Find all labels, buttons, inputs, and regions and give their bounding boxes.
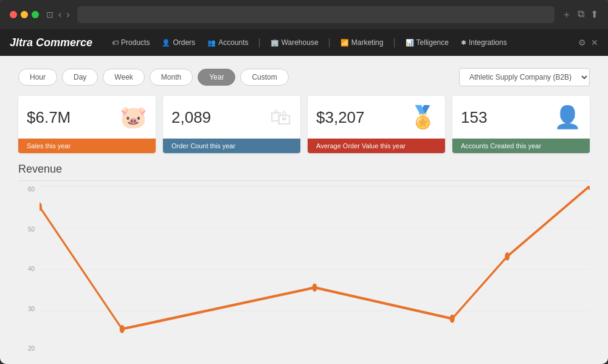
- filter-day[interactable]: Day: [62, 69, 98, 86]
- telligence-icon: 📊: [406, 39, 414, 47]
- filter-custom[interactable]: Custom: [240, 69, 288, 86]
- address-bar[interactable]: [77, 6, 554, 23]
- new-tab-icon[interactable]: ＋: [562, 9, 572, 21]
- chart-area: 60 50 40 30 20: [18, 186, 590, 352]
- stat-footer-aov: Average Order Value this year: [308, 139, 445, 153]
- forward-button[interactable]: ›: [66, 9, 69, 20]
- maximize-button[interactable]: [32, 11, 39, 18]
- nav-orders[interactable]: 👤 Orders: [157, 36, 200, 49]
- filter-year[interactable]: Year: [198, 69, 235, 86]
- y-label-30: 30: [18, 306, 35, 312]
- marketing-icon: 📶: [340, 39, 349, 47]
- stats-row: $6.7M 🐷 Sales this year 2,089 🛍 Order Co…: [18, 96, 590, 153]
- warehouse-icon: 🏢: [271, 39, 279, 47]
- badge-icon: 🏅: [409, 105, 437, 130]
- stat-card-sales: $6.7M 🐷 Sales this year: [18, 96, 156, 153]
- stat-card-body-accounts: 153 👤: [452, 96, 590, 139]
- shopping-bag-icon: 🛍: [270, 105, 292, 130]
- data-point-6: [587, 186, 590, 190]
- data-point-3: [312, 283, 317, 292]
- data-point-4: [450, 315, 455, 323]
- piggy-bank-icon: 🐷: [120, 105, 147, 130]
- data-point-5: [505, 252, 510, 261]
- app-nav: Jltra Commerce 🏷 Products 👤 Orders 👥 Acc…: [0, 29, 608, 56]
- chart-y-axis: 60 50 40 30 20: [18, 186, 40, 352]
- logo: Jltra Commerce: [10, 36, 92, 49]
- stat-value-accounts: 153: [461, 108, 487, 127]
- stat-value-aov: $3,207: [316, 108, 365, 127]
- nav-warehouse[interactable]: 🏢 Warehouse: [266, 36, 323, 49]
- data-point-2: [120, 325, 125, 334]
- main-content: Hour Day Week Month Year Custom Athletic…: [0, 56, 608, 364]
- revenue-chart-svg: [40, 186, 590, 352]
- stat-footer-orders: Order Count this year: [163, 139, 300, 153]
- stat-card-aov: $3,207 🏅 Average Order Value this year: [308, 96, 445, 153]
- accounts-icon: 👥: [207, 39, 216, 47]
- nav-items: 🏷 Products 👤 Orders 👥 Accounts | 🏢 Wareh…: [107, 36, 578, 49]
- settings-icon[interactable]: ⚙: [578, 38, 586, 47]
- browser-actions: ＋ ⧉ ⬆: [562, 9, 598, 21]
- share-icon[interactable]: ⬆: [590, 9, 598, 21]
- integrations-icon: ✱: [461, 39, 466, 47]
- nav-separator-2: |: [328, 37, 331, 48]
- filter-week[interactable]: Week: [103, 69, 144, 86]
- stat-card-body-orders: 2,089 🛍: [163, 96, 300, 139]
- browser-controls: ⊡ ‹ ›: [46, 9, 70, 20]
- y-label-20: 20: [18, 345, 35, 352]
- filter-month[interactable]: Month: [150, 69, 193, 86]
- browser-chrome: ⊡ ‹ › ＋ ⧉ ⬆: [0, 0, 608, 29]
- stat-card-accounts: 153 👤 Accounts Created this year: [452, 96, 590, 153]
- sidebar-icon[interactable]: ⊡: [46, 10, 54, 19]
- nav-accounts[interactable]: 👥 Accounts: [202, 36, 253, 49]
- nav-separator-1: |: [258, 37, 260, 48]
- browser-window: ⊡ ‹ › ＋ ⧉ ⬆ Jltra Commerce 🏷 Products 👤 …: [0, 0, 608, 364]
- y-label-50: 50: [18, 226, 35, 233]
- orders-icon: 👤: [162, 39, 170, 47]
- stat-value-sales: $6.7M: [27, 108, 71, 127]
- stat-card-body-aov: $3,207 🏅: [308, 96, 445, 139]
- revenue-title: Revenue: [18, 163, 590, 181]
- stat-footer-accounts: Accounts Created this year: [452, 139, 590, 153]
- stat-card-orders: 2,089 🛍 Order Count this year: [163, 96, 300, 153]
- traffic-lights: [10, 11, 39, 18]
- nav-marketing[interactable]: 📶 Marketing: [336, 36, 389, 49]
- stat-value-orders: 2,089: [171, 108, 211, 127]
- stat-card-body-sales: $6.7M 🐷: [18, 96, 156, 139]
- nav-separator-3: |: [393, 37, 395, 48]
- back-button[interactable]: ‹: [58, 9, 61, 20]
- filter-bar: Hour Day Week Month Year Custom Athletic…: [18, 68, 590, 86]
- copy-icon[interactable]: ⧉: [578, 9, 584, 21]
- close-button[interactable]: [10, 11, 17, 18]
- tag-icon: 🏷: [112, 39, 119, 46]
- minimize-button[interactable]: [21, 11, 28, 18]
- nav-integrations[interactable]: ✱ Integrations: [456, 36, 512, 49]
- y-label-40: 40: [18, 266, 35, 272]
- revenue-section: Revenue 60 50 40 30 20: [18, 163, 590, 352]
- y-label-60: 60: [18, 186, 35, 193]
- nav-actions: ⚙ ✕: [578, 38, 598, 47]
- nav-products[interactable]: 🏷 Products: [107, 36, 154, 49]
- person-icon: 👤: [554, 105, 581, 130]
- filter-hour[interactable]: Hour: [18, 69, 57, 86]
- close-nav-icon[interactable]: ✕: [591, 38, 598, 47]
- stat-footer-sales: Sales this year: [18, 139, 156, 153]
- chart-canvas: [40, 186, 590, 352]
- nav-telligence[interactable]: 📊 Telligence: [401, 36, 454, 49]
- account-select[interactable]: Athletic Supply Company (B2B): [459, 68, 590, 86]
